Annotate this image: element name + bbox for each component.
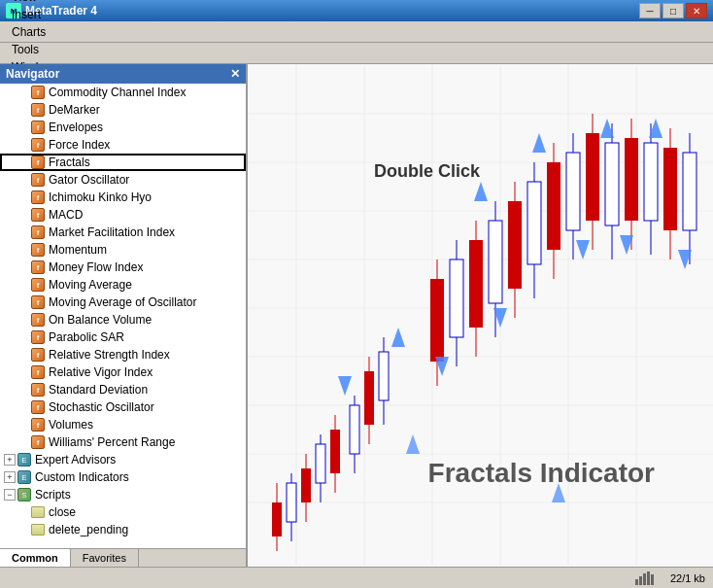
svg-rect-33 [379, 352, 389, 400]
indicator-icon [31, 506, 45, 518]
nav-item-force-index[interactable]: fForce Index [0, 136, 246, 154]
indicator-icon: f [31, 103, 45, 117]
nav-item-label: On Balance Volume [49, 313, 152, 327]
close-button[interactable]: ✕ [686, 3, 707, 18]
menu-item-charts[interactable]: Charts [4, 23, 61, 41]
indicator-icon: f [31, 86, 45, 99]
collapse-icon[interactable]: − [4, 489, 16, 501]
svg-rect-43 [508, 201, 522, 289]
nav-tab-favorites[interactable]: Favorites [71, 549, 139, 567]
svg-rect-23 [301, 468, 311, 502]
nav-item-ichimoku-kinko-hyo[interactable]: fIchimoku Kinko Hyo [0, 189, 246, 206]
section-label: Expert Advisors [35, 453, 116, 467]
nav-item-on-balance-volume[interactable]: fOn Balance Volume [0, 311, 246, 329]
indicator-icon: f [31, 348, 45, 362]
indicator-icon: f [31, 156, 45, 169]
indicator-icon: f [31, 365, 45, 379]
svg-rect-51 [586, 133, 599, 221]
svg-rect-77 [643, 573, 646, 585]
indicator-icon: f [31, 208, 45, 222]
title-bar: M MetaTrader 4 ─ □ ✕ [0, 0, 713, 21]
nav-item-moving-average[interactable]: fMoving Average [0, 276, 246, 294]
nav-item-parabolic-sar[interactable]: fParabolic SAR [0, 329, 246, 346]
indicator-icon: f [31, 383, 45, 397]
nav-item-volumes[interactable]: fVolumes [0, 416, 246, 433]
nav-item-stochastic-oscillator[interactable]: fStochastic Oscillator [0, 398, 246, 416]
nav-item-label: close [49, 505, 76, 519]
indicator-icon: f [31, 260, 45, 274]
indicator-icon: f [31, 121, 45, 134]
svg-rect-59 [663, 148, 677, 230]
svg-rect-25 [316, 444, 325, 483]
nav-item-delete_pending[interactable]: delete_pending [0, 521, 246, 538]
chart-svg [248, 64, 713, 567]
script-section-icon: S [17, 488, 31, 502]
expand-icon[interactable]: + [4, 454, 16, 466]
navigator-close-button[interactable]: ✕ [230, 67, 240, 81]
nav-list[interactable]: fCommodity Channel IndexfDeMarkerfEnvelo… [0, 84, 246, 548]
nav-section-scripts[interactable]: −SScripts [0, 486, 246, 503]
expert-section-icon: E [17, 470, 31, 484]
indicator-icon: f [31, 86, 45, 99]
nav-item-fractals[interactable]: fFractals [0, 154, 246, 171]
nav-item-envelopes[interactable]: fEnvelopes [0, 119, 246, 136]
script-folder-icon: S [17, 488, 31, 502]
svg-rect-29 [350, 405, 359, 454]
nav-item-label: Money Flow Index [49, 260, 143, 274]
indicator-icon: f [31, 295, 45, 309]
navigator-panel: Navigator ✕ fCommodity Channel IndexfDeM… [0, 64, 248, 567]
nav-item-label: delete_pending [49, 523, 128, 536]
indicator-icon: f [31, 313, 45, 327]
menu-item-tools[interactable]: Tools [4, 41, 61, 58]
nav-item-standard-deviation[interactable]: fStandard Deviation [0, 381, 246, 398]
indicator-icon: f [31, 313, 45, 327]
expert-section-icon: E [17, 453, 31, 467]
nav-section-expert-advisors[interactable]: +EExpert Advisors [0, 451, 246, 468]
nav-item-label: Force Index [49, 138, 110, 152]
nav-item-commodity-channel-index[interactable]: fCommodity Channel Index [0, 84, 246, 101]
indicator-icon: f [31, 365, 45, 379]
nav-item-relative-vigor-index[interactable]: fRelative Vigor Index [0, 363, 246, 381]
status-bar: 22/1 kb [0, 567, 713, 588]
main-area: Navigator ✕ fCommodity Channel IndexfDeM… [0, 64, 713, 567]
indicator-icon: f [31, 260, 45, 274]
nav-tabs: CommonFavorites [0, 548, 246, 567]
nav-item-moving-average-of-oscillator[interactable]: fMoving Average of Oscillator [0, 294, 246, 311]
indicator-icon: f [31, 295, 45, 309]
maximize-button[interactable]: □ [662, 3, 684, 18]
nav-item-money-flow-index[interactable]: fMoney Flow Index [0, 259, 246, 276]
nav-item-market-facilitation-index[interactable]: fMarket Facilitation Index [0, 224, 246, 241]
menu-item-insert[interactable]: Insert [4, 6, 61, 23]
minimize-button[interactable]: ─ [639, 3, 661, 18]
status-icon [635, 571, 655, 585]
nav-item-close[interactable]: close [0, 503, 246, 521]
indicator-icon: f [31, 173, 45, 187]
svg-rect-37 [450, 259, 463, 337]
indicator-icon: f [31, 400, 45, 414]
indicator-icon: f [31, 138, 45, 152]
svg-rect-61 [683, 153, 696, 230]
file-size: 22/1 kb [670, 572, 705, 584]
svg-rect-49 [566, 153, 580, 230]
navigator-header: Navigator ✕ [0, 64, 246, 84]
nav-item-macd[interactable]: fMACD [0, 206, 246, 224]
nav-item-label: Envelopes [49, 121, 103, 134]
nav-item-label: Momentum [49, 243, 107, 257]
expand-icon[interactable]: + [4, 471, 16, 483]
indicator-icon: f [31, 243, 45, 257]
indicator-icon: f [31, 173, 45, 187]
indicator-icon: f [31, 435, 45, 449]
nav-item-label: Stochastic Oscillator [49, 400, 154, 414]
nav-item-demarker[interactable]: fDeMarker [0, 101, 246, 119]
indicator-icon: f [31, 121, 45, 134]
nav-item-gator-oscillator[interactable]: fGator Oscillator [0, 171, 246, 189]
nav-tab-common[interactable]: Common [0, 549, 71, 567]
chart-area: Double Click Fractals Indicator [248, 64, 713, 567]
nav-item-williams'-percent-range[interactable]: fWilliams' Percent Range [0, 433, 246, 451]
expert-folder-icon: E [17, 470, 31, 484]
svg-rect-39 [469, 240, 483, 328]
nav-section-custom-indicators[interactable]: +ECustom Indicators [0, 468, 246, 486]
nav-item-relative-strength-index[interactable]: fRelative Strength Index [0, 346, 246, 363]
nav-item-momentum[interactable]: fMomentum [0, 241, 246, 259]
svg-rect-53 [605, 143, 619, 225]
